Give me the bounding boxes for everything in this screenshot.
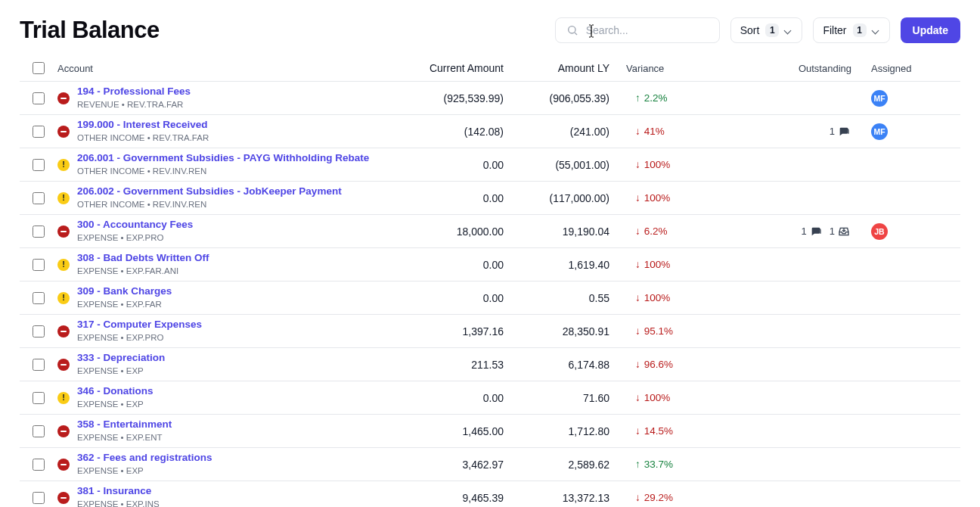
outstanding-tray[interactable]: 1 (830, 226, 850, 238)
table-body: 194 - Professional FeesREVENUE • REV.TRA… (20, 82, 960, 507)
variance-value: 100% (626, 259, 670, 270)
page-title: Trial Balance (20, 17, 160, 44)
avatar[interactable]: JB (871, 223, 888, 240)
account-sub: EXPENSE • EXP.PRO (77, 232, 193, 243)
row-checkbox[interactable] (33, 325, 45, 337)
table-row[interactable]: 199.000 - Interest ReceivedOTHER INCOME … (20, 115, 960, 148)
account-sub: EXPENSE • EXP.PRO (77, 332, 202, 343)
current-amount: 1,397.16 (390, 325, 511, 337)
account-link[interactable]: 346 - Donations (77, 385, 154, 398)
status-dot-icon (57, 459, 70, 471)
variance-arrow-icon (635, 159, 640, 170)
assigned-cell: MF (867, 123, 950, 140)
amount-ly: 1,619.40 (511, 259, 617, 271)
table-row[interactable]: 358 - EntertainmentEXPENSE • EXP.ENT1,46… (20, 415, 960, 448)
filter-count-badge: 1 (853, 23, 867, 37)
row-checkbox[interactable] (33, 492, 45, 504)
variance-arrow-icon (635, 259, 640, 270)
account-link[interactable]: 300 - Accountancy Fees (77, 219, 193, 232)
row-checkbox[interactable] (33, 159, 45, 171)
table-row[interactable]: 381 - InsuranceEXPENSE • EXP.INS9,465.39… (20, 481, 960, 507)
chevron-down-icon (873, 26, 880, 34)
text-cursor-icon (588, 24, 595, 40)
table-row[interactable]: 206.002 - Government Subsidies - JobKeep… (20, 182, 960, 215)
sort-label: Sort (740, 24, 760, 36)
col-account[interactable]: Account (57, 63, 390, 74)
variance-pct: 14.5% (644, 425, 673, 437)
variance-arrow-icon (635, 126, 640, 137)
update-button[interactable]: Update (901, 17, 960, 43)
table-row[interactable]: 194 - Professional FeesREVENUE • REV.TRA… (20, 82, 960, 115)
filter-button[interactable]: Filter 1 (813, 17, 889, 43)
table-row[interactable]: 333 - DepreciationEXPENSE • EXP211.536,1… (20, 348, 960, 381)
svg-line-1 (575, 33, 577, 35)
status-dot-icon (57, 192, 70, 204)
table-row[interactable]: 362 - Fees and registrationsEXPENSE • EX… (20, 448, 960, 481)
account-link[interactable]: 358 - Entertainment (77, 418, 172, 431)
account-link[interactable]: 206.002 - Government Subsidies - JobKeep… (77, 185, 342, 198)
table-row[interactable]: 308 - Bad Debts Written OffEXPENSE • EXP… (20, 248, 960, 281)
search-icon (566, 24, 578, 36)
status-dot-icon (57, 359, 70, 371)
amount-ly: 2,589.62 (511, 459, 617, 471)
table-row[interactable]: 309 - Bank ChargesEXPENSE • EXP.FAR0.000… (20, 281, 960, 315)
col-assigned[interactable]: Assigned (867, 63, 950, 74)
row-checkbox[interactable] (33, 359, 45, 371)
account-link[interactable]: 206.001 - Government Subsidies - PAYG Wi… (77, 152, 369, 165)
table-row[interactable]: 300 - Accountancy FeesEXPENSE • EXP.PRO1… (20, 215, 960, 248)
account-link[interactable]: 333 - Depreciation (77, 352, 165, 365)
sort-button[interactable]: Sort 1 (730, 17, 803, 43)
row-checkbox[interactable] (33, 192, 45, 204)
page-header: Trial Balance Sort 1 Filter (20, 17, 960, 44)
status-dot-icon (57, 492, 70, 504)
comments-icon (810, 226, 822, 238)
sort-count-badge: 1 (765, 23, 779, 37)
row-checkbox[interactable] (33, 259, 45, 271)
row-checkbox[interactable] (33, 459, 45, 471)
select-all-checkbox[interactable] (33, 62, 45, 74)
col-current[interactable]: Current Amount (390, 62, 511, 74)
account-link[interactable]: 194 - Professional Fees (77, 86, 191, 98)
amount-ly: 0.55 (511, 292, 617, 304)
col-outstanding[interactable]: Outstanding (715, 63, 867, 74)
outstanding-cell: 1 (715, 126, 867, 138)
account-sub: EXPENSE • EXP.FAR.ANI (77, 266, 209, 276)
row-checkbox[interactable] (33, 92, 45, 104)
search-input-wrap[interactable] (555, 17, 720, 43)
table-row[interactable]: 346 - DonationsEXPENSE • EXP0.0071.60100… (20, 381, 960, 415)
account-sub: REVENUE • REV.TRA.FAR (77, 99, 191, 110)
account-link[interactable]: 317 - Computer Expenses (77, 319, 202, 331)
table-row[interactable]: 206.001 - Government Subsidies - PAYG Wi… (20, 148, 960, 182)
account-link[interactable]: 309 - Bank Charges (77, 285, 172, 298)
account-link[interactable]: 381 - Insurance (77, 485, 160, 498)
variance-value: 41% (626, 126, 665, 137)
chevron-down-icon (785, 26, 792, 34)
row-checkbox[interactable] (33, 126, 45, 138)
account-sub: EXPENSE • EXP.INS (77, 499, 160, 507)
outstanding-comments[interactable]: 1 (830, 126, 850, 138)
status-dot-icon (57, 425, 70, 437)
amount-ly: (241.00) (511, 126, 617, 138)
variance-arrow-icon (635, 425, 640, 437)
variance-arrow-icon (635, 226, 640, 237)
account-link[interactable]: 362 - Fees and registrations (77, 452, 212, 465)
table-row[interactable]: 317 - Computer ExpensesEXPENSE • EXP.PRO… (20, 315, 960, 348)
row-checkbox[interactable] (33, 292, 45, 304)
search-input[interactable] (586, 24, 709, 36)
account-link[interactable]: 308 - Bad Debts Written Off (77, 252, 209, 265)
account-link[interactable]: 199.000 - Interest Received (77, 119, 209, 132)
row-checkbox[interactable] (33, 392, 45, 404)
avatar[interactable]: MF (871, 123, 888, 140)
assigned-cell: JB (867, 223, 950, 240)
variance-pct: 100% (644, 192, 671, 204)
outstanding-comments[interactable]: 1 (802, 226, 822, 238)
row-checkbox[interactable] (33, 425, 45, 437)
variance-arrow-icon (635, 192, 640, 204)
current-amount: 0.00 (390, 259, 511, 271)
variance-pct: 100% (644, 259, 671, 270)
col-ly[interactable]: Amount LY (511, 62, 617, 74)
row-checkbox[interactable] (33, 226, 45, 238)
variance-arrow-icon (635, 359, 640, 370)
avatar[interactable]: MF (871, 90, 888, 107)
col-variance[interactable]: Variance (617, 63, 715, 74)
